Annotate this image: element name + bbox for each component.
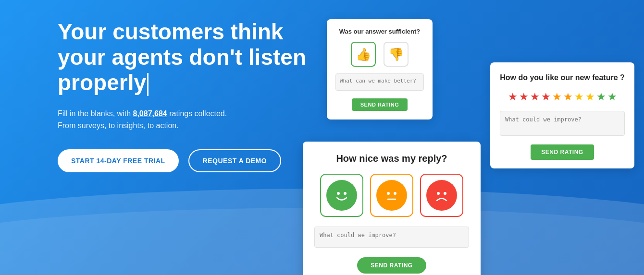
stars-card: How do you like our new feature ? ★ ★ ★ … [490,62,634,168]
neutral-face-icon [376,180,407,211]
thumbs-up-icon: 👍 [356,47,371,62]
svg-point-1 [337,192,340,195]
hero-section: Your customers think your agents don't l… [58,19,327,172]
thumbs-down-button[interactable]: 👎 [384,42,409,67]
smiley-feedback-input[interactable] [314,227,469,248]
main-heading: Your customers think your agents don't l… [58,19,327,96]
star-9[interactable]: ★ [596,91,606,103]
hero-subtitle: Fill in the blanks, with 8,087,684 ratin… [58,108,327,132]
neutral-smiley-button[interactable] [370,174,413,217]
sad-face-icon [426,180,457,211]
smileys-row [314,174,469,217]
thumbs-up-button[interactable]: 👍 [351,42,376,67]
survey-cards-area: Was our answer sufficient? 👍 👎 SEND RATI… [288,14,634,269]
thumbs-card: Was our answer sufficient? 👍 👎 SEND RATI… [327,19,433,120]
stars-feedback-input[interactable] [500,111,625,136]
star-7[interactable]: ★ [574,91,584,103]
smiley-card: How nice was my reply? [303,142,481,275]
thumbs-card-title: Was our answer sufficient? [335,28,424,35]
thumbs-down-icon: 👎 [388,47,404,62]
star-3[interactable]: ★ [530,91,540,103]
demo-button[interactable]: REQUEST A DEMO [188,149,282,172]
svg-point-7 [430,184,453,207]
svg-point-8 [437,192,440,195]
svg-point-3 [380,184,403,207]
star-10[interactable]: ★ [607,91,617,103]
thumbs-row: 👍 👎 [335,42,424,67]
sad-smiley-button[interactable] [420,174,463,217]
happy-face-icon [326,180,357,211]
cta-buttons: START 14-DAY FREE TRIAL REQUEST A DEMO [58,149,327,172]
svg-point-5 [394,192,396,195]
smiley-send-button[interactable]: SEND RATING [357,257,426,274]
trial-button[interactable]: START 14-DAY FREE TRIAL [58,149,179,172]
stars-card-title: How do you like our new feature ? [500,73,625,83]
svg-point-9 [444,192,446,195]
star-5[interactable]: ★ [552,91,562,103]
thumbs-send-button[interactable]: SEND RATING [352,98,408,111]
smiley-card-title: How nice was my reply? [314,153,469,164]
stars-send-button[interactable]: SEND RATING [531,144,594,160]
stars-row: ★ ★ ★ ★ ★ ★ ★ ★ ★ ★ [500,91,625,103]
svg-point-4 [387,192,390,195]
thumbs-feedback-input[interactable] [335,73,424,91]
happy-smiley-button[interactable] [320,174,363,217]
star-4[interactable]: ★ [541,91,551,103]
star-6[interactable]: ★ [563,91,573,103]
svg-point-2 [344,192,347,195]
star-1[interactable]: ★ [508,91,518,103]
star-8[interactable]: ★ [585,91,595,103]
svg-point-0 [330,184,353,207]
star-2[interactable]: ★ [519,91,529,103]
